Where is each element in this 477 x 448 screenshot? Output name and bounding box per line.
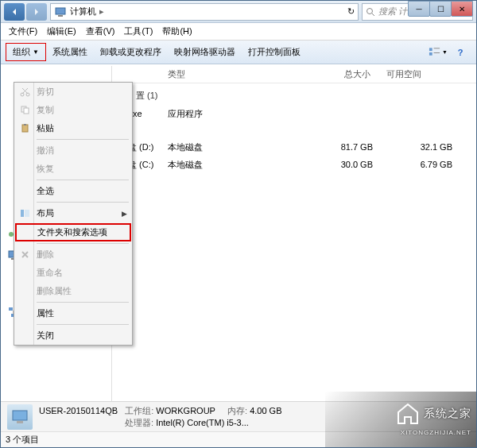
computer-large-icon (7, 404, 33, 430)
ctx-rename[interactable]: 重命名 (14, 264, 132, 282)
minimize-button[interactable]: ─ (408, 1, 430, 17)
svg-rect-0 (56, 8, 65, 14)
toolbar: 组织▼ 系统属性 卸载或更改程序 映射网络驱动器 打开控制面板 ▼ ? (1, 41, 476, 64)
ctx-undo[interactable]: 撤消 (14, 141, 132, 160)
nav-forward-button[interactable] (26, 3, 47, 21)
menu-bar: 文件(F) 编辑(E) 查看(V) 工具(T) 帮助(H) (1, 23, 476, 41)
chevron-down-icon: ▼ (33, 48, 39, 56)
ctx-properties[interactable]: 属性 (14, 304, 132, 322)
item-count: 3 个项目 (6, 434, 39, 444)
refresh-icon[interactable]: ↻ (347, 6, 355, 17)
nav-back-button[interactable] (4, 3, 25, 21)
list-item[interactable]: exe 应用程序 (112, 105, 476, 122)
list-item[interactable]: 盘 (D:) 本地磁盘 81.7 GB 32.1 GB (112, 138, 476, 156)
svg-rect-6 (429, 52, 432, 56)
delete-icon (19, 249, 30, 261)
menu-edit[interactable]: 编辑(E) (42, 24, 81, 39)
ctx-cut[interactable]: 剪切 (14, 83, 132, 101)
col-type[interactable]: 类型 (168, 68, 291, 80)
computer-icon (54, 6, 67, 18)
ctx-paste[interactable]: 粘贴 (14, 119, 132, 137)
chevron-right-icon: ▸ (99, 6, 104, 17)
copy-icon (19, 105, 30, 116)
svg-rect-24 (22, 125, 28, 132)
paste-icon (19, 123, 30, 134)
chevron-right-icon: ▶ (122, 210, 127, 218)
menu-tools[interactable]: 工具(T) (119, 24, 157, 39)
organize-button[interactable]: 组织▼ (6, 43, 46, 61)
ctx-copy[interactable]: 复制 (14, 101, 132, 119)
watermark: 系统之家 (395, 401, 471, 427)
layout-icon (19, 208, 30, 219)
ctx-delete[interactable]: 删除 (14, 245, 132, 264)
svg-rect-7 (434, 52, 440, 53)
ctx-folder-options[interactable]: 文件夹和搜索选项 (15, 223, 131, 241)
svg-point-2 (367, 8, 373, 14)
address-bar[interactable]: 计算机 ▸ ↻ (50, 3, 359, 21)
house-icon (395, 401, 421, 427)
system-properties-button[interactable]: 系统属性 (46, 44, 94, 60)
ctx-remove-props[interactable]: 删除属性 (14, 282, 132, 300)
svg-rect-4 (429, 48, 432, 51)
organize-context-menu: 剪切 复制 粘贴 撤消 恢复 全选 布局▶ 文件夹和搜索选项 删除 重命名 删除… (14, 82, 133, 346)
menu-help[interactable]: 帮助(H) (157, 24, 196, 39)
menu-file[interactable]: 文件(F) (4, 24, 42, 39)
content-area: 类型 总大小 可用空间 置 (1) exe 应用程序 盘 (D:) 本地磁盘 8… (112, 66, 476, 403)
svg-rect-23 (24, 108, 29, 114)
group-header-hdd[interactable]: 置 (1) (112, 87, 476, 105)
ctx-select-all[interactable]: 全选 (14, 182, 132, 200)
view-options-icon[interactable]: ▼ (429, 44, 448, 60)
svg-rect-30 (13, 411, 27, 420)
svg-rect-1 (58, 15, 63, 17)
menu-view[interactable]: 查看(V) (81, 24, 120, 39)
svg-rect-31 (17, 421, 23, 423)
svg-rect-14 (9, 307, 13, 311)
col-size[interactable]: 总大小 (291, 68, 386, 80)
svg-rect-5 (434, 48, 440, 48)
control-panel-button[interactable]: 打开控制面板 (242, 44, 307, 60)
ctx-close[interactable]: 关闭 (14, 326, 132, 345)
address-text: 计算机 (70, 6, 96, 17)
ctx-redo[interactable]: 恢复 (14, 160, 132, 178)
svg-rect-26 (21, 210, 24, 217)
help-icon[interactable]: ? (451, 44, 470, 60)
ctx-layout[interactable]: 布局▶ (14, 204, 132, 222)
watermark-url: XITONGZHIJIA.NET (401, 429, 471, 436)
uninstall-button[interactable]: 卸载或更改程序 (94, 44, 168, 60)
cut-icon (19, 87, 30, 98)
status-name: USER-20150114QB (39, 406, 118, 415)
col-free[interactable]: 可用空间 (386, 68, 450, 80)
svg-rect-25 (24, 124, 26, 126)
svg-rect-27 (25, 210, 29, 217)
map-drive-button[interactable]: 映射网络驱动器 (168, 44, 242, 60)
close-button[interactable]: ✕ (451, 1, 473, 17)
maximize-button[interactable]: ☐ (429, 1, 452, 17)
column-headers: 类型 总大小 可用空间 (112, 66, 476, 83)
list-item[interactable]: 盘 (C:) 本地磁盘 30.0 GB 6.79 GB (112, 156, 476, 173)
svg-line-3 (372, 14, 374, 16)
